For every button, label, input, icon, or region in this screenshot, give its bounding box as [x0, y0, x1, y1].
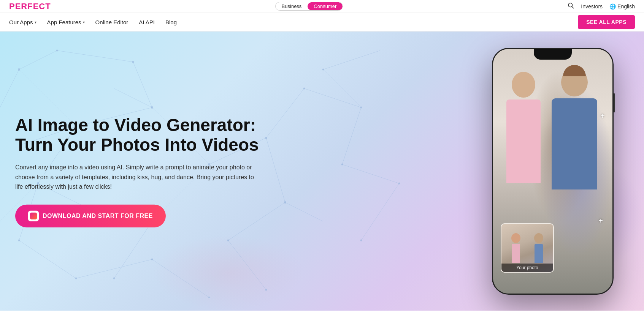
- app-icon: [28, 211, 39, 221]
- svg-point-45: [132, 61, 134, 63]
- phone-thumbnail: Your photo: [501, 223, 554, 273]
- svg-line-11: [76, 259, 152, 278]
- phone-side-button: [614, 93, 615, 112]
- svg-point-41: [75, 278, 77, 279]
- phone-frame: + +: [492, 48, 614, 295]
- phone-image-bg: + +: [493, 49, 612, 294]
- business-toggle[interactable]: Business: [276, 2, 308, 10]
- nav-items: Our Apps ▾ App Features ▾ Online Editor …: [9, 19, 177, 25]
- your-photo-label: Your photo: [501, 264, 553, 272]
- hero-content: AI Image to Video Generator: Turn Your P…: [15, 115, 259, 227]
- svg-point-46: [265, 137, 267, 139]
- svg-point-54: [398, 183, 400, 185]
- header-top: PERFECT Business Consumer Investors 🌐 En…: [0, 0, 644, 13]
- svg-point-53: [341, 164, 343, 166]
- svg-line-8: [114, 221, 152, 278]
- svg-point-52: [360, 107, 362, 109]
- nav-our-apps[interactable]: Our Apps ▾: [9, 19, 36, 25]
- thumb-male-figure: [534, 233, 543, 263]
- thumb-male-body: [535, 244, 543, 263]
- svg-line-17: [266, 88, 304, 138]
- phone-screen: + +: [493, 49, 612, 294]
- main-nav: Our Apps ▾ App Features ▾ Online Editor …: [0, 13, 644, 31]
- deco-blob-pink: [152, 235, 304, 311]
- svg-line-30: [285, 202, 323, 221]
- nav-our-apps-label: Our Apps: [9, 19, 33, 25]
- plus-icon-2: +: [598, 216, 603, 225]
- consumer-toggle[interactable]: Consumer: [308, 2, 343, 10]
- language-label: English: [617, 3, 635, 9]
- svg-point-39: [113, 278, 115, 279]
- header: PERFECT Business Consumer Investors 🌐 En…: [0, 0, 644, 32]
- nav-app-features[interactable]: App Features ▾: [47, 19, 85, 25]
- phone-notch: [534, 49, 572, 60]
- svg-line-18: [266, 138, 285, 202]
- svg-point-48: [284, 201, 286, 204]
- nav-app-features-label: App Features: [47, 19, 81, 25]
- svg-line-13: [19, 51, 57, 69]
- header-right: Investors 🌐 English: [567, 2, 635, 11]
- investors-link[interactable]: Investors: [581, 3, 603, 9]
- svg-line-1: [572, 6, 574, 8]
- download-button[interactable]: DOWNLOAD AND START FOR FREE: [15, 205, 166, 227]
- globe-icon: 🌐: [609, 3, 616, 9]
- logo[interactable]: PERFECT: [9, 2, 51, 11]
- thumb-female-figure: [511, 233, 520, 263]
- download-button-label: DOWNLOAD AND START FOR FREE: [43, 213, 153, 219]
- nav-blog[interactable]: Blog: [165, 19, 177, 25]
- svg-point-40: [18, 240, 20, 242]
- male-hair: [563, 65, 586, 76]
- svg-point-44: [56, 50, 58, 52]
- svg-line-29: [323, 51, 380, 69]
- svg-point-32: [18, 68, 20, 71]
- svg-point-36: [151, 106, 153, 109]
- hero-description: Convert any image into a video using AI.…: [15, 163, 259, 192]
- female-head: [512, 72, 535, 98]
- phone-mockup: + +: [492, 48, 614, 295]
- male-figure: [548, 57, 601, 246]
- thumb-male-head: [534, 233, 543, 243]
- thumb-female-body: [512, 244, 520, 263]
- svg-line-31: [304, 88, 361, 107]
- nav-online-editor[interactable]: Online Editor: [95, 19, 128, 25]
- mode-toggle: Business Consumer: [275, 2, 343, 11]
- app-icon-inner: [30, 213, 37, 219]
- svg-line-25: [323, 69, 361, 107]
- svg-point-55: [360, 240, 362, 242]
- see-all-apps-button[interactable]: SEE ALL APPS: [578, 15, 635, 29]
- search-icon[interactable]: [567, 2, 574, 11]
- svg-point-47: [303, 88, 305, 90]
- nav-ai-api[interactable]: AI API: [139, 19, 155, 25]
- svg-point-51: [322, 69, 324, 71]
- svg-line-28: [361, 183, 399, 240]
- hero-title: AI Image to Video Generator: Turn Your P…: [15, 115, 259, 155]
- svg-line-23: [114, 88, 152, 107]
- svg-line-15: [133, 62, 152, 107]
- hero-section: AI Image to Video Generator: Turn Your P…: [0, 32, 644, 311]
- svg-line-14: [57, 51, 133, 62]
- male-body: [552, 98, 597, 189]
- svg-line-26: [342, 107, 361, 164]
- chevron-down-icon: ▾: [35, 20, 36, 24]
- thumb-female-head: [511, 233, 520, 243]
- plus-icon-1: +: [600, 112, 605, 120]
- male-head: [561, 68, 588, 96]
- svg-line-10: [19, 240, 76, 278]
- svg-line-21: [0, 69, 19, 107]
- language-selector[interactable]: 🌐 English: [609, 3, 635, 9]
- female-body: [506, 99, 541, 183]
- chevron-down-icon: ▾: [83, 20, 85, 24]
- svg-line-27: [342, 164, 399, 183]
